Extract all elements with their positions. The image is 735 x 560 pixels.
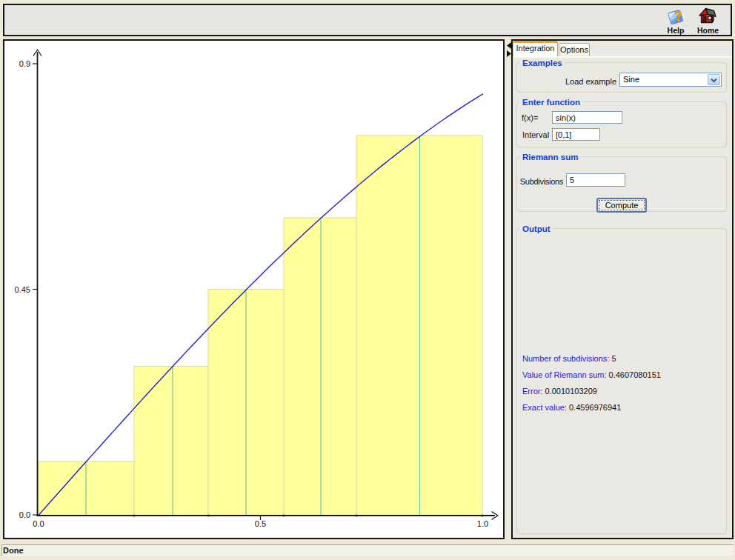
svg-text:1.0: 1.0 (477, 519, 488, 528)
svg-text:0.0: 0.0 (33, 519, 44, 528)
svg-text:?: ? (675, 8, 682, 24)
svg-text:0.45: 0.45 (15, 285, 30, 294)
svg-text:0.5: 0.5 (255, 519, 266, 528)
svg-text:0.0: 0.0 (19, 510, 30, 519)
svg-text:0.9: 0.9 (19, 59, 30, 68)
